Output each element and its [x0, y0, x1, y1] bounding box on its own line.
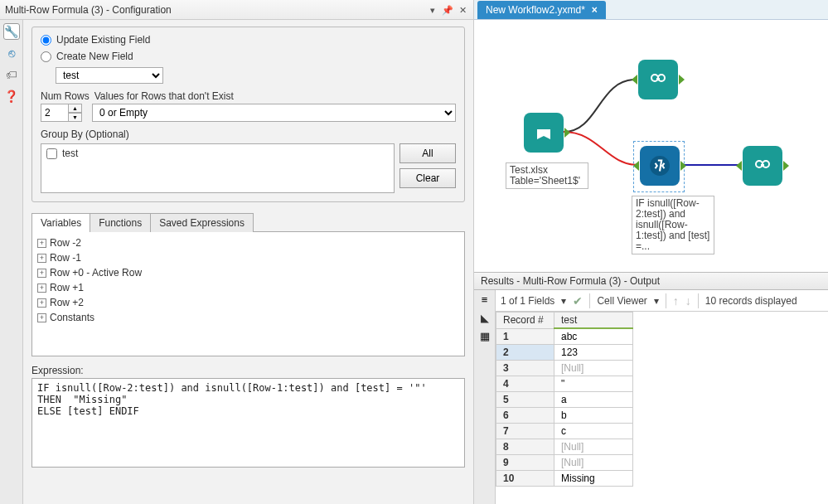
workflow-canvas[interactable]: Test.xlsx Table='Sheet1$' IF isnull([Row… [474, 20, 828, 272]
table-row[interactable]: 3[Null] [496, 361, 633, 376]
workflow-tab-close-icon[interactable]: × [592, 4, 598, 16]
row-number[interactable]: 3 [496, 361, 554, 376]
row-number[interactable]: 7 [496, 424, 554, 439]
cell-test[interactable]: [Null] [554, 439, 633, 455]
row-number[interactable]: 8 [496, 439, 554, 455]
expand-icon[interactable]: + [37, 284, 46, 293]
group-by-all-button[interactable]: All [399, 143, 456, 163]
check-icon[interactable]: ✔ [573, 294, 583, 308]
num-rows-input[interactable] [41, 104, 69, 122]
tab-saved-expressions[interactable]: Saved Expressions [150, 213, 254, 232]
spin-down-icon[interactable]: ▼ [69, 113, 82, 122]
records-displayed: 10 records displayed [705, 295, 797, 307]
spin-up-icon[interactable]: ▲ [69, 104, 82, 113]
radio-create-input[interactable] [41, 51, 51, 62]
cell-test[interactable]: abc [554, 328, 633, 345]
cell-test[interactable]: b [554, 408, 633, 424]
col-test-header[interactable]: test [554, 313, 633, 329]
workflow-tab[interactable]: New Workflow2.yxmd* × [477, 1, 606, 19]
tool-browse-right[interactable] [743, 146, 782, 186]
chevron-down-icon[interactable]: ▾ [654, 295, 659, 307]
num-rows-label: Num Rows [41, 90, 90, 102]
table-row[interactable]: 6b [496, 408, 633, 424]
tree-item[interactable]: +Row +0 - Active Row [37, 265, 459, 280]
tab-functions[interactable]: Functions [90, 213, 151, 232]
fields-count[interactable]: 1 of 1 Fields [501, 295, 554, 307]
tree-item[interactable]: +Constants [37, 310, 459, 325]
bookmark-icon[interactable]: ◣ [477, 312, 492, 325]
radio-update-input[interactable] [41, 35, 51, 46]
wrench-icon[interactable]: 🔧 [3, 23, 20, 40]
cell-test[interactable]: 123 [554, 345, 633, 361]
table-row[interactable]: 10Missing [496, 471, 633, 487]
group-by-item[interactable]: test [46, 148, 389, 159]
tool-multi-row-formula[interactable] [640, 146, 680, 186]
cell-test[interactable]: [Null] [554, 455, 633, 471]
radio-create-new[interactable]: Create New Field [41, 51, 456, 62]
help-icon[interactable]: ❓ [3, 88, 20, 104]
results-side-tabs: ≡ ◣ ▦ [474, 290, 496, 504]
expand-icon[interactable]: + [37, 298, 46, 308]
cell-test[interactable]: a [554, 392, 633, 408]
config-side-tabs: 🔧 ⎋ 🏷 ❓ [0, 20, 23, 504]
row-number[interactable]: 2 [496, 345, 554, 361]
sort-desc-icon[interactable]: ↓ [685, 294, 691, 308]
table-row[interactable]: 5a [496, 392, 633, 408]
row-number[interactable]: 10 [496, 471, 554, 487]
field-select[interactable]: test [56, 67, 163, 84]
expand-icon[interactable]: + [37, 254, 46, 263]
table-row[interactable]: 1abc [496, 328, 633, 345]
sort-asc-icon[interactable]: ↑ [673, 294, 679, 308]
cell-test[interactable]: " [554, 376, 633, 392]
row-params: Num Rows Values for Rows that don't Exis… [41, 90, 456, 102]
tool-browse-top[interactable] [638, 60, 678, 99]
cell-test[interactable]: [Null] [554, 361, 633, 376]
dropdown-icon[interactable]: ▾ [427, 4, 438, 16]
tag-icon[interactable]: 🏷 [3, 66, 20, 83]
tree-item[interactable]: +Row +2 [37, 295, 459, 310]
cell-viewer-label[interactable]: Cell Viewer [597, 295, 646, 307]
row-number[interactable]: 1 [496, 328, 554, 345]
config-form: Update Existing Field Create New Field t… [23, 20, 473, 504]
svg-rect-2 [656, 78, 660, 80]
grid-icon[interactable]: ▦ [477, 330, 492, 343]
group-by-list[interactable]: test [41, 143, 395, 193]
tree-item[interactable]: +Row -1 [37, 250, 459, 265]
row-params-inputs: ▲▼ 0 or Empty [41, 104, 456, 122]
row-number[interactable]: 5 [496, 392, 554, 408]
expand-icon[interactable]: + [37, 269, 46, 278]
tab-variables[interactable]: Variables [31, 213, 90, 232]
tool-formula-label: IF isnull([Row-2:test]) and isnull([Row-… [632, 196, 714, 254]
group-by-checkbox[interactable] [46, 148, 57, 159]
tool-input-data[interactable] [524, 113, 564, 153]
cell-test[interactable]: Missing [554, 471, 633, 487]
radio-update-existing[interactable]: Update Existing Field [41, 34, 456, 46]
expression-tabs: Variables Functions Saved Expressions [31, 212, 465, 232]
anchor-icon[interactable]: ⎋ [3, 45, 20, 61]
values-not-exist-select[interactable]: 0 or Empty [92, 104, 456, 122]
expand-icon[interactable]: + [37, 313, 46, 322]
table-row[interactable]: 7c [496, 424, 633, 439]
row-number[interactable]: 9 [496, 455, 554, 471]
close-icon[interactable]: ✕ [457, 4, 468, 16]
expand-icon[interactable]: + [37, 239, 46, 248]
col-record-header[interactable]: Record # [496, 313, 554, 329]
cell-test[interactable]: c [554, 424, 633, 439]
pin-icon[interactable]: 📌 [442, 4, 453, 16]
table-row[interactable]: 9[Null] [496, 455, 633, 471]
messages-icon[interactable]: ≡ [477, 293, 492, 307]
row-number[interactable]: 6 [496, 408, 554, 424]
tree-item-label: Row -1 [50, 250, 81, 265]
tree-item[interactable]: +Row -2 [37, 235, 459, 250]
row-number[interactable]: 4 [496, 376, 554, 392]
table-row[interactable]: 4" [496, 376, 633, 392]
num-rows-spinner[interactable]: ▲▼ [41, 104, 84, 122]
group-by-clear-button[interactable]: Clear [399, 168, 456, 188]
tree-item[interactable]: +Row +1 [37, 280, 459, 295]
variables-tree[interactable]: +Row -2+Row -1+Row +0 - Active Row+Row +… [31, 232, 465, 356]
expression-editor[interactable]: IF isnull([Row-2:test]) and isnull([Row-… [31, 378, 465, 468]
chevron-down-icon[interactable]: ▾ [561, 295, 566, 307]
table-row[interactable]: 8[Null] [496, 439, 633, 455]
results-table[interactable]: Record # test 1abc21233[Null]4"5a6b7c8[N… [496, 312, 633, 487]
table-row[interactable]: 2123 [496, 345, 633, 361]
